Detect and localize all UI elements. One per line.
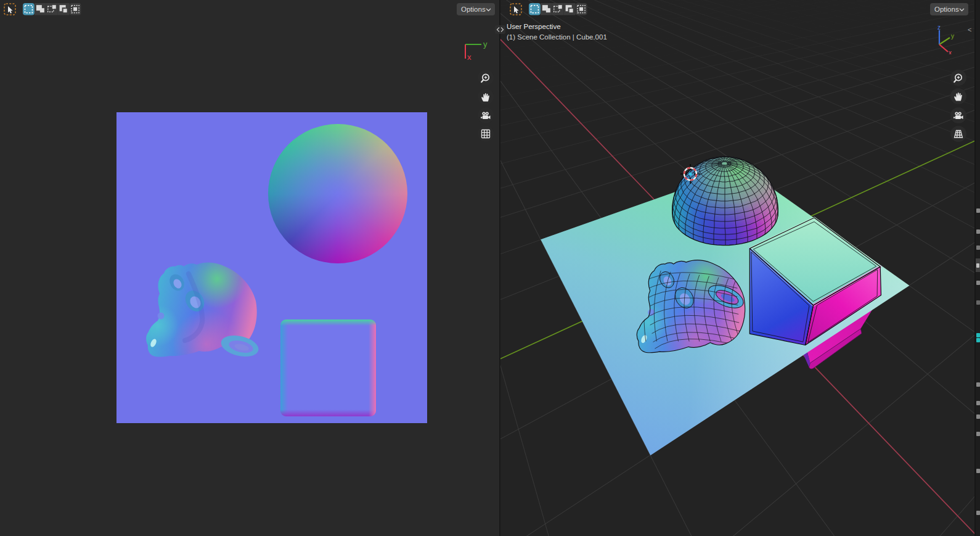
svg-text:z: z <box>937 24 941 31</box>
svg-text:x: x <box>467 52 472 62</box>
svg-text:y: y <box>483 39 488 49</box>
svg-text:y: y <box>951 33 954 39</box>
svg-text:x: x <box>949 49 952 54</box>
